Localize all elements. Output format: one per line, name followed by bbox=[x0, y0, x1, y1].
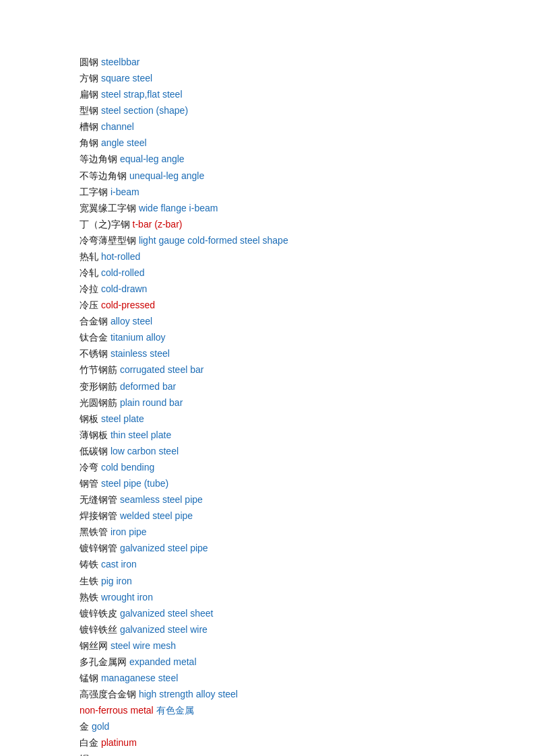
list-item: 扁钢 steel strap,flat steel bbox=[80, 86, 508, 102]
term-chinese: 高强度合金钢 bbox=[80, 689, 136, 699]
term-chinese: 冷弯薄壁型钢 bbox=[80, 235, 136, 246]
list-item: 镀锌铁丝 galvanized steel wire bbox=[80, 621, 508, 638]
term-english: steel strap,flat steel bbox=[101, 89, 183, 100]
list-item: 冷轧 cold-rolled bbox=[80, 265, 508, 281]
list-item: 竹节钢筋 corrugated steel bar bbox=[80, 362, 508, 378]
term-list: 圆钢 steelbbar方钢 square steel扁钢 steel stra… bbox=[80, 54, 508, 756]
list-item: 圆钢 steelbbar bbox=[80, 54, 508, 70]
list-item: 光圆钢筋 plain round bar bbox=[80, 394, 508, 411]
list-item: 无缝钢管 seamless steel pipe bbox=[80, 491, 508, 508]
term-chinese: 热轧 bbox=[80, 251, 98, 262]
list-item: 镀锌铁皮 galvanized steel sheet bbox=[80, 605, 508, 621]
list-item: 生铁 pig iron bbox=[80, 573, 508, 589]
term-chinese: 多孔金属网 bbox=[80, 656, 127, 667]
list-item: 钛合金 titanium alloy bbox=[80, 329, 508, 345]
term-chinese: 冷轧 bbox=[80, 267, 98, 278]
term-chinese: 扁钢 bbox=[80, 89, 98, 100]
list-item: 冷压 cold-pressed bbox=[80, 297, 508, 313]
term-english: steel wire mesh bbox=[111, 640, 176, 651]
term-english: expanded metal bbox=[129, 656, 197, 667]
list-item: 丁（之)字钢 t-bar (z-bar) bbox=[80, 216, 508, 232]
term-chinese: 型钢 bbox=[80, 105, 98, 116]
list-item: 铸铁 cast iron bbox=[80, 556, 508, 572]
term-english: corrugated steel bar bbox=[120, 364, 204, 375]
term-english: plain round bar bbox=[120, 397, 183, 408]
term-english: galvanized steel pipe bbox=[120, 543, 208, 553]
term-chinese: 黑铁管 bbox=[80, 526, 108, 537]
list-item: 热轧 hot-rolled bbox=[80, 248, 508, 265]
list-item: 槽钢 channel bbox=[80, 118, 508, 135]
list-item: 不锈钢 stainless steel bbox=[80, 345, 508, 362]
term-english: wide flange i-beam bbox=[139, 203, 218, 213]
term-english: low carbon steel bbox=[111, 446, 179, 456]
term-chinese: 方钢 bbox=[80, 73, 98, 83]
term-chinese: 生铁 bbox=[80, 576, 98, 586]
term-english: light gauge cold-formed steel shape bbox=[139, 235, 288, 246]
term-chinese: 无缝钢管 bbox=[80, 494, 117, 505]
term-chinese: 竹节钢筋 bbox=[80, 364, 117, 375]
term-chinese: 镀锌钢管 bbox=[80, 543, 117, 553]
term-chinese: 焊接钢管 bbox=[80, 510, 117, 521]
term-chinese: 冷压 bbox=[80, 300, 98, 310]
term-english: welded steel pipe bbox=[120, 510, 193, 521]
term-chinese: 角钢 bbox=[80, 137, 98, 148]
list-item: 高强度合金钢 high strength alloy steel bbox=[80, 686, 508, 702]
term-english: thin steel plate bbox=[111, 429, 171, 440]
term-chinese: 薄钢板 bbox=[80, 429, 108, 440]
term-english: iron pipe bbox=[111, 526, 147, 537]
term-english: alloy steel bbox=[111, 316, 152, 327]
list-item: 变形钢筋 deformed bar bbox=[80, 378, 508, 394]
term-english: equal-leg angle bbox=[120, 153, 185, 164]
list-item: 方钢 square steel bbox=[80, 70, 508, 86]
term-chinese: 镀锌铁丝 bbox=[80, 624, 117, 635]
term-chinese: 冷弯 bbox=[80, 462, 98, 473]
term-chinese: 等边角钢 bbox=[80, 153, 117, 164]
term-english: t-bar (z-bar) bbox=[133, 219, 183, 230]
list-item: non-ferrous metal 有色金属 bbox=[80, 702, 508, 718]
term-chinese: 光圆钢筋 bbox=[80, 397, 117, 408]
term-english: cold-rolled bbox=[101, 267, 145, 278]
term-english: square steel bbox=[101, 73, 152, 83]
term-english: channel bbox=[101, 121, 134, 132]
term-english: steel plate bbox=[101, 413, 144, 424]
term-english: steel pipe (tube) bbox=[101, 478, 168, 489]
term-english: cold-pressed bbox=[101, 300, 155, 310]
term-chinese: 金 bbox=[80, 721, 89, 732]
term-english: galvanized steel sheet bbox=[120, 608, 214, 619]
list-item: 铜 copper bbox=[80, 751, 508, 756]
term-english: platinum bbox=[101, 737, 137, 748]
term-chinese: 不等边角钢 bbox=[80, 170, 127, 181]
list-item: 锰钢 managanese steel bbox=[80, 670, 508, 686]
term-english: galvanized steel wire bbox=[120, 624, 208, 635]
term-english: unequal-leg angle bbox=[129, 170, 204, 181]
term-chinese: 有色金属 bbox=[156, 705, 194, 716]
list-item: 宽翼缘工字钢 wide flange i-beam bbox=[80, 200, 508, 216]
term-chinese: 钢板 bbox=[80, 413, 98, 424]
list-item: 黑铁管 iron pipe bbox=[80, 524, 508, 540]
term-english: stainless steel bbox=[111, 348, 170, 359]
list-item: 熟铁 wrought iron bbox=[80, 589, 508, 605]
list-item: 型钢 steel section (shape) bbox=[80, 102, 508, 118]
term-chinese: 铜 bbox=[80, 753, 89, 756]
term-english: pig iron bbox=[101, 576, 132, 586]
term-chinese: 丁（之)字钢 bbox=[80, 219, 130, 230]
term-chinese: 不锈钢 bbox=[80, 348, 108, 359]
list-item: 钢板 steel plate bbox=[80, 411, 508, 427]
list-item: 钢丝网 steel wire mesh bbox=[80, 638, 508, 654]
list-item: 镀锌钢管 galvanized steel pipe bbox=[80, 540, 508, 556]
term-english: titanium alloy bbox=[111, 332, 166, 343]
term-english: steelbbar bbox=[101, 57, 140, 67]
term-english: steel section (shape) bbox=[101, 105, 188, 116]
list-item: 不等边角钢 unequal-leg angle bbox=[80, 168, 508, 184]
term-english: deformed bar bbox=[120, 381, 176, 392]
term-english: cold-drawn bbox=[101, 283, 147, 294]
list-item: 冷拉 cold-drawn bbox=[80, 281, 508, 297]
term-english: non-ferrous metal bbox=[80, 705, 154, 716]
term-chinese: 白金 bbox=[80, 737, 98, 748]
list-item: 白金 platinum bbox=[80, 734, 508, 751]
list-item: 焊接钢管 welded steel pipe bbox=[80, 508, 508, 524]
term-chinese: 熟铁 bbox=[80, 592, 98, 603]
list-item: 低碳钢 low carbon steel bbox=[80, 443, 508, 459]
term-english: gold bbox=[92, 721, 109, 732]
list-item: 合金钢 alloy steel bbox=[80, 313, 508, 329]
